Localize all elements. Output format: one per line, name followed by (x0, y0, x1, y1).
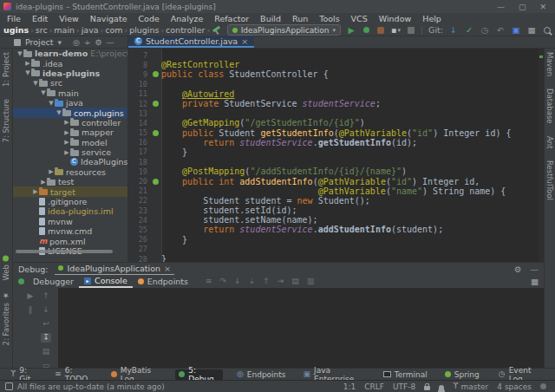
step-out-icon[interactable]: ↑ (263, 278, 270, 285)
collapse-arrow-icon[interactable]: ▶ (63, 149, 70, 156)
tree-item-resources[interactable]: ▶resources (13, 167, 127, 177)
up-stack-button[interactable]: ↑ (41, 291, 51, 301)
scroll-to-end-button[interactable]: ↧ (41, 333, 51, 343)
step-over-icon[interactable]: ↷ (220, 278, 227, 285)
minimize-button[interactable]: — (497, 3, 505, 11)
maximize-button[interactable]: ▢ (519, 3, 526, 11)
collapse-arrow-icon[interactable]: ▶ (63, 139, 70, 146)
breadcrumb-item[interactable]: java (82, 25, 99, 35)
profiler-button[interactable]: ▪▾ (391, 25, 401, 36)
close-button[interactable]: ✕ (539, 3, 546, 11)
tree-item-ideapluginsap[interactable]: CIdeaPluginsAp (13, 157, 127, 167)
collapse-arrow-icon[interactable]: ▶ (40, 179, 47, 186)
tool-button-2--favorites[interactable]: 2: Favorites★ (2, 291, 10, 345)
menu-item-navigate[interactable]: Navigate (90, 14, 127, 23)
menu-item-build[interactable]: Build (260, 14, 281, 23)
collapse-arrow-icon[interactable]: ▶ (24, 60, 31, 67)
toolwindow-button-5--debug[interactable]: 5: Debug (175, 369, 223, 380)
editor-scrollbar[interactable] (539, 49, 544, 262)
collapse-all-icon[interactable]: ÷ (84, 38, 91, 47)
menu-item-refactor[interactable]: Refactor (214, 14, 249, 23)
debug-tab-console[interactable]: ▸Console (79, 275, 133, 288)
close-tab-icon[interactable]: × (241, 36, 248, 46)
background-tasks-icon[interactable] (5, 382, 13, 390)
breadcrumb-item[interactable]: controller (166, 25, 205, 35)
menu-item-edit[interactable]: Edit (32, 14, 48, 23)
menu-item-window[interactable]: Window (379, 14, 411, 23)
toolwindow-button-java-enterprise[interactable]: ▣Java Enterprise (300, 369, 369, 380)
tree-item-target[interactable]: ▶target (13, 186, 127, 196)
tree-item-java[interactable]: ▼java (13, 98, 127, 108)
commit-button[interactable]: ✓ (465, 25, 473, 36)
status-item-crlf[interactable]: CRLF (364, 382, 384, 391)
stop-button[interactable] (407, 25, 415, 36)
coverage-button[interactable] (376, 25, 385, 36)
tree-item-com-plugins[interactable]: ▼com.plugins (13, 108, 127, 117)
status-item[interactable] (424, 383, 430, 390)
run-to-cursor-icon[interactable]: ⇥ (278, 278, 284, 285)
code-editor[interactable]: 78@RestController9public class StudentCo… (128, 49, 544, 262)
settings-gear-icon[interactable]: ⚙ (95, 38, 101, 47)
tree-item-idea-plugins[interactable]: ▼idea-plugins (13, 69, 127, 78)
tool-button-restfultool[interactable]: RestfulTool (545, 160, 554, 200)
spring-bean-gutter-icon[interactable] (150, 71, 161, 77)
project-panel-header[interactable]: Project ▾ ◎ ÷ ⚙ — (0, 36, 128, 48)
expand-arrow-icon[interactable]: ▼ (48, 100, 55, 107)
status-item[interactable] (540, 383, 546, 389)
hide-panel-icon[interactable]: — (107, 38, 114, 47)
expand-arrow-icon[interactable]: ▼ (56, 109, 62, 116)
status-item-4-spaces[interactable]: 4 spaces (497, 382, 532, 391)
menu-item-help[interactable]: Help (422, 14, 441, 23)
tree-item--gitignore[interactable]: .gitignore (13, 197, 127, 206)
menu-item-view[interactable]: View (59, 14, 79, 23)
soft-wrap-button[interactable]: ↩ (41, 319, 51, 329)
debug-tab-endpoints[interactable]: Endpoints (133, 275, 193, 288)
editor-tab-studentcontroller[interactable]: C StudentController.java × (128, 36, 254, 48)
tool-button-ant[interactable]: Ant (545, 136, 554, 149)
menu-item-tools[interactable]: Tools (319, 14, 339, 23)
tree-item-idea-plugins-iml[interactable]: idea-plugins.iml (13, 206, 127, 216)
status-item-utf-8[interactable]: UTF-8 (393, 382, 415, 391)
spring-bean-gutter-icon[interactable] (150, 130, 161, 136)
search-everywhere-button[interactable] (543, 25, 552, 36)
tree-item-pom-xml[interactable]: mpom.xml (13, 236, 127, 245)
status-item[interactable] (439, 383, 444, 390)
collapse-arrow-icon[interactable]: ▶ (48, 168, 55, 175)
build-hammer-icon[interactable] (212, 25, 221, 36)
tree-item-mapper[interactable]: ▶mapper (13, 127, 127, 137)
toolwindow-button-endpoints[interactable]: ◎Endpoints (233, 369, 290, 380)
toolwindow-button-mybatis-log[interactable]: MyBatis Log (108, 369, 166, 380)
expand-arrow-icon[interactable]: ▼ (32, 80, 39, 87)
locate-icon[interactable]: ◎ (73, 38, 80, 47)
tool-button-7--structure[interactable]: 7: Structure (2, 99, 10, 143)
debug-tab-debugger[interactable]: Debugger (28, 275, 79, 288)
menu-item-analyze[interactable]: Analyze (171, 14, 203, 23)
debug-session-tab[interactable]: IdeaPluginsApplication × (55, 263, 174, 276)
step-into-icon[interactable]: ↓ (234, 278, 241, 285)
status-item-master[interactable]: ϒmaster (453, 382, 488, 391)
toolwindow-button-spring[interactable]: Spring (441, 369, 483, 380)
down-stack-button[interactable]: ↓ (41, 305, 51, 315)
debug-console[interactable]: ▶‖ ↑↓↩↧▤▭ (13, 288, 544, 368)
project-tree[interactable]: ▼learn-demo E:\project\learn-dem▶.idea▼i… (13, 49, 128, 262)
compare-button[interactable]: ▣ (512, 25, 520, 36)
toolwindow-button-6--todo[interactable]: ≡6: TODO (51, 369, 97, 380)
tool-button-maven[interactable]: Maven (545, 52, 554, 76)
tree-item-test[interactable]: ▶test (13, 177, 127, 186)
collapse-arrow-icon[interactable]: ▶ (63, 129, 70, 136)
tree-item-mvnw[interactable]: mvnw (13, 217, 127, 226)
tree-item-mvnw-cmd[interactable]: mvnw.cmd (13, 226, 127, 236)
breadcrumb-item[interactable]: ugins (3, 25, 29, 35)
evaluate-expression-icon[interactable]: ▤ (291, 278, 299, 285)
close-session-icon[interactable]: × (164, 264, 171, 273)
window-button[interactable]: ▦ (527, 25, 536, 36)
tool-button-web[interactable]: Web (2, 256, 10, 281)
tool-button-1--project[interactable]: 1: Project (2, 52, 10, 87)
debug-button[interactable] (362, 25, 370, 36)
spring-bean-gutter-icon[interactable] (150, 179, 161, 185)
tool-button-database[interactable]: Database (545, 88, 554, 124)
toolwindow-button-event-log[interactable]: ◷Event Log (495, 369, 548, 380)
tree-item-model[interactable]: ▶model (13, 138, 127, 147)
console-output-area[interactable] (58, 288, 544, 368)
expand-arrow-icon[interactable]: ▼ (16, 50, 23, 57)
